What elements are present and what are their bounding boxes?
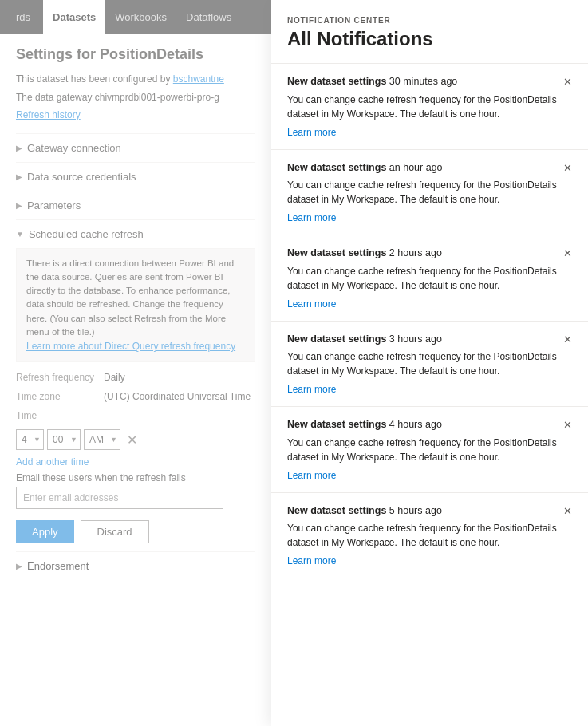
refresh-frequency-value: Daily [104,372,125,383]
notif-item-title-6: New dataset settings 5 hours ago [287,504,563,519]
remove-time-button[interactable]: ✕ [127,432,137,448]
notifications-list: New dataset settings 30 minutes ago ✕ Yo… [271,64,588,578]
nav-item-workbooks[interactable]: Workbooks [105,0,176,34]
scheduled-cache-refresh-label: Scheduled cache refresh [29,228,144,240]
notif-item-title-4: New dataset settings 3 hours ago [287,333,563,347]
notif-body-5: You can change cache refresh frequency f… [287,436,572,464]
gateway-connection-label: Gateway connection [27,142,121,154]
notif-title-bold-4: New dataset settings [287,333,386,345]
notif-learn-more-link-4[interactable]: Learn more [287,384,336,395]
scheduled-cache-refresh-header[interactable]: ▼ Scheduled cache refresh [16,228,255,240]
notif-learn-more-link-5[interactable]: Learn more [287,470,336,481]
notification-center-label: NOTIFICATION CENTER [287,16,572,25]
refresh-frequency-row: Refresh frequency Daily [16,372,255,383]
notif-learn-more-link-2[interactable]: Learn more [287,212,336,223]
direct-query-learn-more-link[interactable]: Learn more about Direct Query refresh fr… [26,341,235,352]
time-zone-value: (UTC) Coordinated Universal Time [104,391,251,402]
notif-item-title-1: New dataset settings 30 minutes ago [287,75,563,89]
parameters-arrow-icon: ▶ [16,201,22,210]
top-nav: rds Datasets Workbooks Dataflows [0,0,271,34]
endorsement-label: Endorsement [27,560,89,572]
notif-title-bold-5: New dataset settings [287,419,386,430]
apply-button[interactable]: Apply [16,520,74,543]
period-select[interactable]: AM PM [84,429,120,450]
notification-item-3: New dataset settings 2 hours ago ✕ You c… [271,235,588,322]
notif-title-time-5: 4 hours ago [389,419,442,430]
notif-close-button-2[interactable]: ✕ [563,162,572,174]
nav-item-datasets[interactable]: Datasets [43,0,105,34]
notif-title-time-4: 3 hours ago [389,333,442,345]
settings-content: Settings for PositionDetails This datase… [0,34,271,593]
endorsement-section[interactable]: ▶ Endorsement [16,551,255,580]
notif-title-time-2: an hour ago [389,162,443,173]
notification-item-5: New dataset settings 4 hours ago ✕ You c… [271,407,588,493]
notification-center-panel: NOTIFICATION CENTER All Notifications Ne… [271,0,588,726]
notification-center-header: NOTIFICATION CENTER All Notifications [271,0,588,64]
time-selects: 4 ▼ 00 ▼ AM PM ▼ ✕ [16,429,255,450]
time-label-row: Time [16,410,255,421]
minute-select[interactable]: 00 [47,429,81,450]
minute-select-wrapper: 00 ▼ [47,429,81,450]
notif-item-header-1: New dataset settings 30 minutes ago ✕ [287,75,572,89]
notification-item-4: New dataset settings 3 hours ago ✕ You c… [271,322,588,408]
nav-item-dataflows[interactable]: Dataflows [176,0,241,34]
parameters-section[interactable]: ▶ Parameters [16,191,255,219]
time-label: Time [16,410,104,421]
discard-button[interactable]: Discard [81,520,149,543]
notif-close-button-1[interactable]: ✕ [563,76,572,88]
notif-learn-more-link-6[interactable]: Learn more [287,555,336,566]
info-text: There is a direct connection between Pow… [26,258,234,337]
parameters-label: Parameters [27,199,81,211]
notif-title-time-1: 30 minutes ago [389,76,457,87]
scheduled-cache-refresh-section: ▼ Scheduled cache refresh There is a dir… [16,219,255,552]
notif-title-time-3: 2 hours ago [389,247,442,258]
endorsement-arrow-icon: ▶ [16,562,22,570]
period-select-wrapper: AM PM ▼ [84,429,120,450]
gateway-connection-section[interactable]: ▶ Gateway connection [16,133,255,162]
notif-title-bold-3: New dataset settings [287,247,386,258]
notif-item-header-3: New dataset settings 2 hours ago ✕ [287,247,572,261]
hour-select[interactable]: 4 [16,429,44,450]
email-input[interactable] [16,487,223,509]
gateway-text: The data gateway chivmprdbi001-powerbi-p… [16,91,255,105]
settings-title: Settings for PositionDetails [16,46,255,63]
configured-by-text: This dataset has been configured by bsch… [16,73,255,86]
notif-title-bold-1: New dataset settings [287,76,386,87]
data-source-credentials-section[interactable]: ▶ Data source credentials [16,162,255,191]
notification-item-6: New dataset settings 5 hours ago ✕ You c… [271,493,588,579]
hour-select-wrapper: 4 ▼ [16,429,44,450]
scheduled-arrow-icon: ▼ [16,230,24,239]
email-fail-label: Email these users when the refresh fails [16,472,255,483]
gateway-arrow-icon: ▶ [16,144,22,152]
notif-body-1: You can change cache refresh frequency f… [287,93,572,121]
notif-item-header-2: New dataset settings an hour ago ✕ [287,161,572,176]
notif-body-3: You can change cache refresh frequency f… [287,264,572,293]
notif-item-title-5: New dataset settings 4 hours ago [287,418,563,432]
button-row: Apply Discard [16,520,255,543]
datasource-arrow-icon: ▶ [16,172,22,181]
add-another-time-link[interactable]: Add another time [16,456,255,468]
notif-title-time-6: 5 hours ago [389,505,442,516]
time-zone-label: Time zone [16,391,104,402]
notification-center-title: All Notifications [287,28,572,50]
notif-learn-more-link-1[interactable]: Learn more [287,127,336,138]
data-source-credentials-label: Data source credentials [27,171,136,183]
left-panel: rds Datasets Workbooks Dataflows Setting… [0,0,271,726]
notif-body-6: You can change cache refresh frequency f… [287,521,572,550]
notif-item-title-3: New dataset settings 2 hours ago [287,247,563,261]
notif-close-button-3[interactable]: ✕ [563,247,572,259]
notification-item-1: New dataset settings 30 minutes ago ✕ Yo… [271,64,588,150]
notif-close-button-4[interactable]: ✕ [563,333,572,345]
configured-by-link[interactable]: bschwantne [173,73,224,85]
info-box: There is a direct connection between Pow… [16,248,255,363]
notif-item-title-2: New dataset settings an hour ago [287,161,563,176]
refresh-history-link[interactable]: Refresh history [16,109,255,120]
notif-close-button-6[interactable]: ✕ [563,505,572,517]
notif-learn-more-link-3[interactable]: Learn more [287,298,336,310]
notification-item-2: New dataset settings an hour ago ✕ You c… [271,150,588,236]
refresh-frequency-label: Refresh frequency [16,372,104,383]
notif-item-header-5: New dataset settings 4 hours ago ✕ [287,418,572,432]
notif-body-4: You can change cache refresh frequency f… [287,349,572,378]
notif-close-button-5[interactable]: ✕ [563,419,572,431]
notif-item-header-6: New dataset settings 5 hours ago ✕ [287,504,572,519]
